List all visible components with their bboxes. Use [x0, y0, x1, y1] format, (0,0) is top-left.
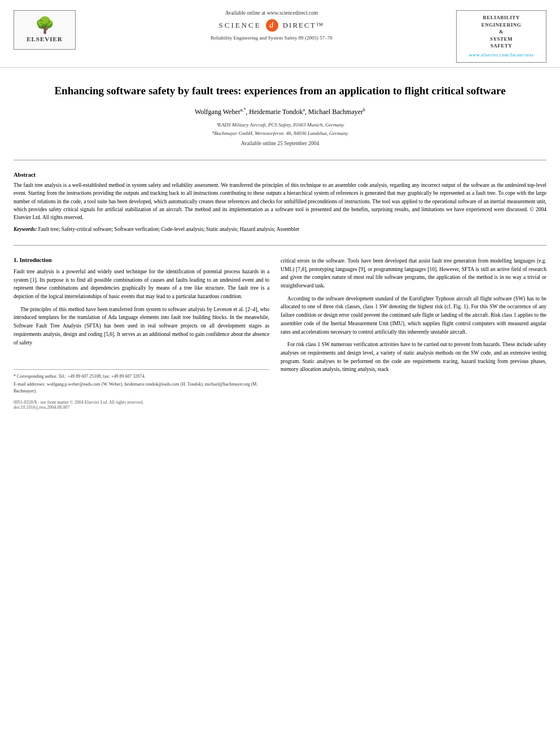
section1-para2: The principles of this method have been …: [14, 305, 269, 347]
available-date: Available online 25 September 2004: [34, 141, 526, 146]
journal-url: www.elsevier.com/locate/ress: [461, 52, 541, 59]
header-left: 🌳 ELSEVIER: [14, 10, 87, 50]
available-online-text: Available online at www.sciencedirect.co…: [98, 10, 445, 16]
footnotes-divider: [14, 369, 269, 370]
section1-right-para1: critical errors in the software. Tools h…: [281, 257, 546, 290]
keywords-label: Keywords:: [14, 226, 37, 232]
elsevier-logo: 🌳 ELSEVIER: [14, 10, 76, 50]
sd-direct-text: DIRECT™: [283, 21, 325, 29]
affil-a: ᵃEADS Military Aircraft, PCS Safety, 816…: [34, 121, 526, 129]
affiliations: ᵃEADS Military Aircraft, PCS Safety, 816…: [34, 121, 526, 137]
col-right: critical errors in the software. Tools h…: [281, 257, 546, 410]
footer-section: 0951-8320/$ - see front matter © 2004 El…: [14, 400, 269, 410]
section1-right-para2: According to the software development st…: [281, 295, 546, 337]
section1-para1: Fault tree analysis is a powerful and wi…: [14, 268, 269, 301]
title-divider: [14, 160, 546, 160]
sd-science-text: SCIENCE: [219, 21, 261, 29]
footnote-email: E-mail addresses: wolfgang.p.weber@eads.…: [14, 381, 269, 394]
keywords-line: Keywords: Fault tree; Safety-critical so…: [14, 226, 546, 233]
header-center: Available online at www.sciencedirect.co…: [87, 10, 456, 41]
author2-name: , Heidemarie Tondok: [246, 108, 303, 116]
article-title: Enhancing software safety by fault trees…: [34, 84, 526, 99]
author3-sup: b: [363, 107, 365, 112]
footnote-star: * Corresponding author. Tel.: +49 89 607…: [14, 373, 269, 379]
abstract-divider: [14, 245, 546, 246]
affil-b: ᵇBachmayer GmbH, Wernstorferstr. 46, 840…: [34, 129, 526, 137]
journal-box: RELIABILITY ENGINEERING & SYSTEM SAFETY …: [456, 10, 546, 63]
section1-right-para3: For risk class 1 SW numerous verificatio…: [281, 340, 546, 374]
page: 🌳 ELSEVIER Available online at www.scien…: [0, 0, 560, 747]
section1-title: 1. Introduction: [14, 257, 269, 263]
section1-right-body: critical errors in the software. Tools h…: [281, 257, 546, 374]
elsevier-label: ELSEVIER: [27, 36, 63, 42]
authors: Wolfgang Webera,*, Heidemarie Tondoka, M…: [34, 107, 526, 116]
footer-issn: 0951-8320/$ - see front matter © 2004 El…: [14, 400, 269, 405]
abstract-title: Abstract: [14, 172, 546, 178]
journal-box-line1: RELIABILITY: [461, 14, 541, 21]
col-left: 1. Introduction Fault tree analysis is a…: [14, 257, 269, 410]
footnotes-section: * Corresponding author. Tel.: +49 89 607…: [14, 369, 269, 410]
journal-box-line2: ENGINEERING: [461, 21, 541, 29]
journal-box-line3: &: [461, 28, 541, 36]
abstract-text: The fault tree analysis is a well-establ…: [14, 181, 546, 221]
header: 🌳 ELSEVIER Available online at www.scien…: [0, 0, 560, 68]
journal-box-line4: SYSTEM: [461, 36, 541, 43]
sciencedirect-logo: SCIENCE d DIRECT™: [98, 19, 445, 32]
author1-name: Wolfgang Weber: [195, 108, 240, 116]
author3-name: , Michael Bachmayer: [305, 108, 363, 116]
logo-graphic: 🌳: [35, 18, 55, 33]
footer-doi: doi:10.1016/j.ress.2004.08.007: [14, 405, 269, 410]
title-section: Enhancing software safety by fault trees…: [0, 68, 560, 154]
keywords-text: Fault tree; Safety-critical software; So…: [38, 226, 300, 232]
body-columns: 1. Introduction Fault tree analysis is a…: [0, 251, 560, 416]
author1-sup: a,*: [240, 107, 246, 112]
sd-d-logo: d: [266, 19, 278, 32]
journal-name: Reliability Engineering and System Safet…: [98, 35, 445, 41]
journal-box-line5: SAFETY: [461, 42, 541, 50]
abstract-section: Abstract The fault tree analysis is a we…: [0, 166, 560, 239]
section1-body: Fault tree analysis is a powerful and wi…: [14, 268, 269, 347]
header-right: RELIABILITY ENGINEERING & SYSTEM SAFETY …: [456, 10, 546, 63]
